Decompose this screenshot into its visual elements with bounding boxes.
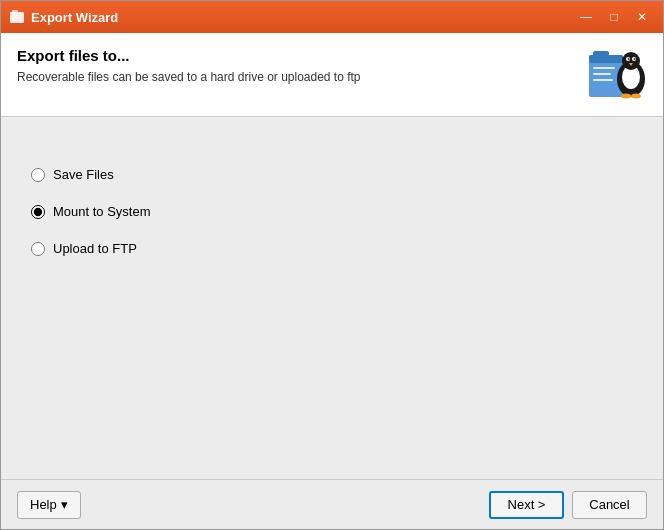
content-area: Save Files Mount to System Upload to FTP <box>1 117 663 479</box>
close-button[interactable]: ✕ <box>629 7 655 27</box>
svg-rect-1 <box>12 10 18 14</box>
header-text: Export files to... Recoverable files can… <box>17 47 577 84</box>
svg-point-17 <box>631 94 641 99</box>
mount-to-system-radio[interactable] <box>31 205 45 219</box>
next-button[interactable]: Next > <box>489 491 564 519</box>
svg-point-10 <box>622 52 640 70</box>
maximize-button[interactable]: □ <box>601 7 627 27</box>
svg-point-14 <box>634 58 636 60</box>
help-arrow: ▾ <box>61 497 68 512</box>
svg-rect-6 <box>593 73 611 75</box>
header-icon <box>587 47 647 102</box>
window-icon <box>9 9 25 25</box>
save-files-label: Save Files <box>53 167 114 182</box>
mount-to-system-label: Mount to System <box>53 204 151 219</box>
window-controls: — □ ✕ <box>573 7 655 27</box>
footer: Help ▾ Next > Cancel <box>1 479 663 529</box>
upload-to-ftp-radio[interactable] <box>31 242 45 256</box>
svg-point-13 <box>628 58 630 60</box>
save-files-radio[interactable] <box>31 168 45 182</box>
help-label: Help <box>30 497 57 512</box>
title-bar: Export Wizard — □ ✕ <box>1 1 663 33</box>
minimize-button[interactable]: — <box>573 7 599 27</box>
radio-group: Save Files Mount to System Upload to FTP <box>31 167 633 256</box>
upload-to-ftp-option[interactable]: Upload to FTP <box>31 241 633 256</box>
header-section: Export files to... Recoverable files can… <box>1 33 663 117</box>
help-button[interactable]: Help ▾ <box>17 491 81 519</box>
mount-to-system-option[interactable]: Mount to System <box>31 204 633 219</box>
right-buttons: Next > Cancel <box>489 491 647 519</box>
header-title: Export files to... <box>17 47 577 64</box>
wizard-icon <box>587 47 647 102</box>
save-files-option[interactable]: Save Files <box>31 167 633 182</box>
header-subtitle: Recoverable files can be saved to a hard… <box>17 70 577 84</box>
window-title: Export Wizard <box>31 10 573 25</box>
svg-rect-5 <box>593 67 615 69</box>
export-wizard-window: Export Wizard — □ ✕ Export files to... R… <box>0 0 664 530</box>
upload-to-ftp-label: Upload to FTP <box>53 241 137 256</box>
svg-rect-7 <box>593 79 613 81</box>
svg-point-16 <box>621 94 631 99</box>
cancel-button[interactable]: Cancel <box>572 491 647 519</box>
svg-rect-4 <box>593 51 609 59</box>
